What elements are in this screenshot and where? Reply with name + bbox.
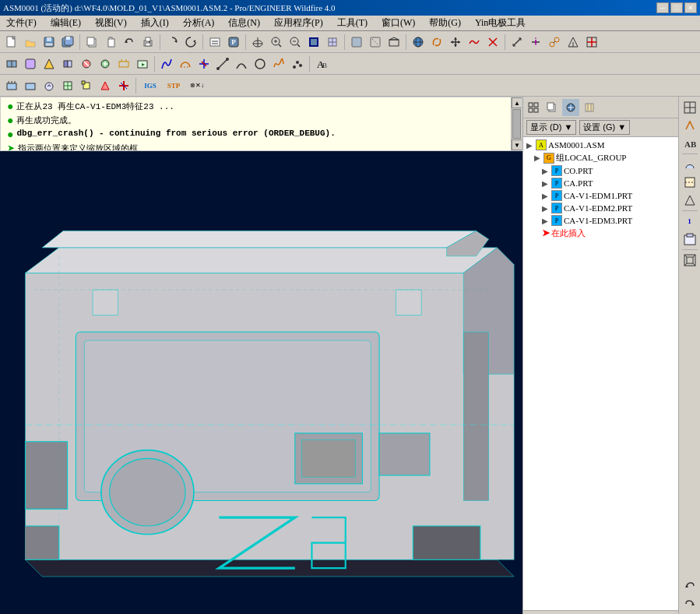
settings-dropdown[interactable]: 设置 (G) ▼ bbox=[579, 120, 630, 135]
tb2-5[interactable] bbox=[78, 55, 95, 72]
tb3-6[interactable] bbox=[97, 77, 114, 94]
menu-yin[interactable]: Yin电极工具 bbox=[472, 15, 529, 31]
rp-copy-btn[interactable] bbox=[543, 99, 561, 116]
msg-scrollbar[interactable]: ▲ ▼ bbox=[511, 97, 522, 150]
menu-view[interactable]: 视图(V) bbox=[92, 15, 130, 31]
menu-window[interactable]: 窗口(W) bbox=[378, 15, 418, 31]
tb-wave[interactable] bbox=[466, 34, 483, 51]
viewport[interactable] bbox=[0, 151, 522, 614]
tree-node-edm1[interactable]: ▶ P CA-V1-EDM1.PRT bbox=[525, 189, 677, 202]
tb-save-all[interactable] bbox=[59, 34, 76, 51]
expand-edm2[interactable]: ▶ bbox=[542, 204, 551, 213]
sr-icon-6[interactable] bbox=[682, 192, 698, 208]
tb-relations[interactable] bbox=[206, 34, 223, 51]
tb-globe[interactable] bbox=[410, 34, 427, 51]
tb3-2[interactable] bbox=[22, 77, 39, 94]
display-dropdown[interactable]: 显示 (D) ▼ bbox=[526, 120, 576, 135]
expand-local-group[interactable]: ▶ bbox=[534, 154, 543, 162]
rp-grid-btn[interactable] bbox=[525, 99, 542, 116]
tb3-igs[interactable]: IGS bbox=[139, 77, 161, 94]
tb2-8[interactable] bbox=[134, 55, 151, 72]
rp-nav-btn[interactable] bbox=[562, 99, 579, 116]
tb2-spline[interactable] bbox=[270, 55, 287, 72]
tree-node-ca-prt[interactable]: ▶ P CA.PRT bbox=[525, 177, 677, 189]
menu-analysis[interactable]: 分析(A) bbox=[180, 15, 218, 31]
tb2-arc[interactable] bbox=[233, 55, 250, 72]
tree-node-edm2[interactable]: ▶ P CA-V1-EDM2.PRT bbox=[525, 202, 677, 214]
tree-node-edm3[interactable]: ▶ P CA-V1-EDM3.PRT bbox=[525, 214, 677, 227]
tb-repaint[interactable] bbox=[305, 34, 322, 51]
sr-icon-7[interactable]: 1 bbox=[682, 213, 698, 229]
rp-settings-btn[interactable] bbox=[581, 99, 598, 116]
menu-help[interactable]: 帮助(G) bbox=[426, 15, 464, 31]
tb-shading[interactable] bbox=[348, 34, 365, 51]
tb-hidden[interactable] bbox=[367, 34, 384, 51]
tb3-3[interactable] bbox=[40, 77, 58, 94]
menu-tools[interactable]: 工具(T) bbox=[334, 15, 371, 31]
tb2-2[interactable] bbox=[22, 55, 39, 72]
tb2-crv1[interactable] bbox=[158, 55, 175, 72]
tb3-7[interactable] bbox=[115, 77, 132, 94]
expand-asm0001[interactable]: ▶ bbox=[526, 141, 536, 150]
tb2-circle[interactable] bbox=[252, 55, 269, 72]
tb-params[interactable]: P bbox=[225, 34, 242, 51]
tb3-exit[interactable]: ⊗✕↓ bbox=[186, 77, 208, 94]
expand-edm1[interactable]: ▶ bbox=[542, 192, 551, 200]
scroll-up-btn[interactable]: ▲ bbox=[512, 97, 522, 108]
tb3-1[interactable] bbox=[3, 77, 20, 94]
tb3-stp[interactable]: STP bbox=[163, 77, 185, 94]
tb2-7[interactable] bbox=[115, 55, 132, 72]
minimize-button[interactable]: ─ bbox=[656, 2, 669, 13]
message-area[interactable]: ● 正在从23 再生CA-V1-EDM3特征23 ... ● 再生成功完成。 ●… bbox=[0, 97, 522, 151]
tb-undo2[interactable] bbox=[121, 34, 138, 51]
tb2-6[interactable] bbox=[97, 55, 114, 72]
tb-measure2[interactable] bbox=[527, 34, 544, 51]
sr-icon-9[interactable] bbox=[682, 252, 698, 268]
tb-spin[interactable] bbox=[428, 34, 445, 51]
tree-node-co-prt[interactable]: ▶ P CO.PRT bbox=[525, 164, 677, 177]
menu-insert[interactable]: 插入(I) bbox=[138, 15, 172, 31]
sr-icon-8[interactable] bbox=[682, 231, 698, 247]
tb3-4[interactable] bbox=[59, 77, 76, 94]
expand-edm3[interactable]: ▶ bbox=[542, 217, 551, 225]
tb-regen2[interactable] bbox=[182, 34, 199, 51]
tb2-crv2[interactable] bbox=[177, 55, 194, 72]
tb-measure1[interactable] bbox=[508, 34, 526, 51]
scroll-down-btn[interactable]: ▼ bbox=[512, 139, 522, 150]
tb2-line[interactable] bbox=[214, 55, 231, 72]
tb-copy[interactable] bbox=[83, 34, 100, 51]
undo-button[interactable] bbox=[682, 577, 698, 593]
tb-zoom-out[interactable] bbox=[287, 34, 304, 51]
expand-co-prt[interactable]: ▶ bbox=[542, 167, 551, 175]
tb-open[interactable] bbox=[22, 34, 39, 51]
model-tree[interactable]: ▶ A ASM0001.ASM ▶ G 组LOCAL_GROUP ▶ P CO.… bbox=[523, 137, 678, 610]
tb2-pts[interactable] bbox=[289, 55, 306, 72]
tb-wireframe[interactable] bbox=[385, 34, 403, 51]
tb-paste[interactable] bbox=[102, 34, 119, 51]
menu-info[interactable]: 信息(N) bbox=[225, 15, 263, 31]
tb-save[interactable] bbox=[40, 34, 58, 51]
tb-pan[interactable] bbox=[447, 34, 464, 51]
tb-section[interactable] bbox=[583, 34, 600, 51]
tree-node-local-group[interactable]: ▶ G 组LOCAL_GROUP bbox=[525, 151, 677, 164]
tb-draft[interactable] bbox=[565, 34, 582, 51]
tb-print[interactable] bbox=[139, 34, 157, 51]
expand-ca-prt[interactable]: ▶ bbox=[542, 179, 551, 188]
menu-edit[interactable]: 编辑(E) bbox=[47, 15, 84, 31]
sr-icon-1[interactable] bbox=[682, 100, 698, 115]
sr-icon-2[interactable] bbox=[682, 118, 698, 133]
tree-node-insert[interactable]: ➤ 在此插入 bbox=[525, 227, 677, 240]
tb-new[interactable] bbox=[3, 34, 20, 51]
tb2-1[interactable] bbox=[3, 55, 20, 72]
tb2-text[interactable]: AB bbox=[313, 55, 330, 72]
redo-button[interactable] bbox=[682, 595, 698, 611]
tb-view-orient[interactable] bbox=[249, 34, 266, 51]
tb3-5[interactable] bbox=[78, 77, 95, 94]
close-button[interactable]: ✕ bbox=[684, 2, 697, 13]
tb-zoom-in[interactable] bbox=[268, 34, 285, 51]
menu-file[interactable]: 文件(F) bbox=[3, 15, 40, 31]
tb2-crv3[interactable] bbox=[195, 55, 213, 72]
sr-icon-5[interactable] bbox=[682, 175, 698, 190]
tb-feature[interactable] bbox=[324, 34, 341, 51]
tb-x-close[interactable] bbox=[484, 34, 501, 51]
